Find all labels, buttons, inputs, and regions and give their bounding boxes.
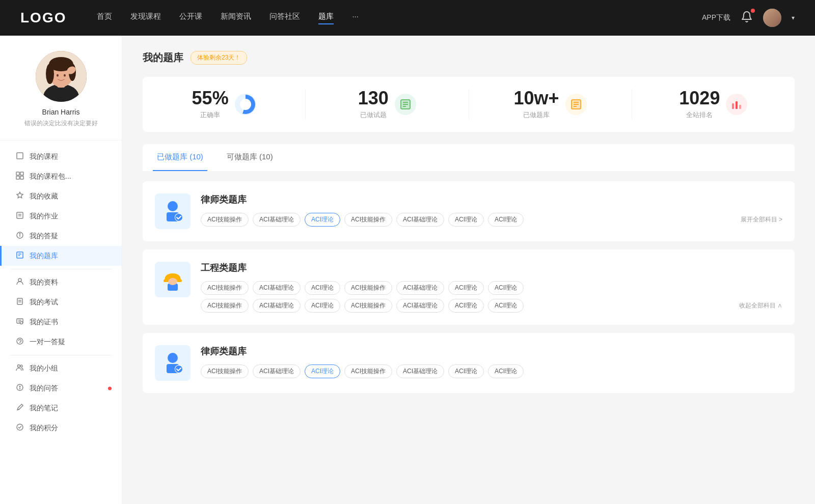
tag-2-4[interactable]: ACI基础理论: [396, 365, 444, 378]
tag-1-13[interactable]: ACI理论: [488, 299, 524, 313]
sidebar-item-qbank[interactable]: 我的题库: [0, 246, 122, 266]
tag-1-6[interactable]: ACI理论: [488, 281, 524, 295]
stats-row: 55% 正确率 130 已做试题: [143, 77, 795, 132]
tag-2-3[interactable]: ACI技能操作: [344, 365, 392, 378]
lawyer-svg-2: [159, 350, 186, 376]
tag-2-1[interactable]: ACI基础理论: [253, 365, 301, 378]
tab-available-banks[interactable]: 可做题库 (10): [223, 144, 277, 171]
tag-1-5[interactable]: ACI理论: [448, 281, 484, 295]
svg-point-32: [18, 365, 20, 368]
sidebar-item-answers[interactable]: 我的答疑: [0, 226, 122, 246]
tag-1-0[interactable]: ACI技能操作: [201, 281, 249, 295]
svg-rect-15: [17, 212, 23, 218]
expand-link-0[interactable]: 展开全部科目 >: [741, 215, 782, 224]
sidebar-item-homework[interactable]: 我的作业: [0, 206, 122, 226]
tag-0-2[interactable]: ACI理论: [305, 213, 340, 227]
navbar: LOGO 首页 发现课程 公开课 新闻资讯 问答社区 题库 ··· APP下载 …: [0, 0, 815, 36]
profile-icon: [15, 277, 24, 287]
svg-point-20: [19, 233, 20, 234]
nav-link-qbank[interactable]: 题库: [318, 12, 334, 24]
nav-link-more[interactable]: ···: [352, 12, 359, 24]
stat-questions-value: 130: [358, 89, 389, 107]
stat-accuracy-icon: [235, 94, 256, 115]
tag-1-10[interactable]: ACI技能操作: [344, 299, 392, 313]
nav-link-home[interactable]: 首页: [97, 12, 112, 24]
qbank-card-0-title: 律师类题库: [201, 193, 782, 206]
exam-icon: [15, 297, 24, 307]
tag-2-5[interactable]: ACI理论: [448, 365, 484, 378]
nav-link-discover[interactable]: 发现课程: [130, 12, 161, 24]
sidebar-item-exam[interactable]: 我的考试: [0, 292, 122, 312]
tag-1-4[interactable]: ACI基础理论: [396, 281, 444, 295]
myqa-icon: [15, 383, 24, 393]
app-download-link[interactable]: APP下载: [702, 13, 730, 22]
svg-rect-21: [17, 252, 23, 258]
tag-0-3[interactable]: ACI技能操作: [344, 213, 392, 227]
tag-0-6[interactable]: ACI理论: [488, 213, 524, 227]
trial-badge: 体验剩余23天！: [191, 51, 247, 65]
svg-rect-51: [739, 105, 741, 109]
collapse-link-1[interactable]: 收起全部科目 ∧: [739, 301, 782, 310]
tag-1-7[interactable]: ACI技能操作: [201, 299, 249, 313]
tag-2-2[interactable]: ACI理论: [305, 365, 340, 378]
sidebar-item-1on1[interactable]: 一对一答疑: [0, 332, 122, 352]
tag-1-12[interactable]: ACI理论: [448, 299, 484, 313]
content-tabs: 已做题库 (10) 可做题库 (10): [143, 144, 795, 171]
tag-1-1[interactable]: ACI基础理论: [253, 281, 301, 295]
collection-icon: [15, 191, 24, 201]
svg-point-33: [20, 365, 22, 367]
sidebar-item-notes[interactable]: 我的笔记: [0, 398, 122, 418]
tag-1-2[interactable]: ACI理论: [305, 281, 340, 295]
tag-1-9[interactable]: ACI理论: [305, 299, 340, 313]
svg-rect-49: [732, 103, 734, 109]
svg-point-52: [168, 201, 178, 211]
svg-rect-13: [16, 176, 19, 179]
user-menu-chevron[interactable]: ▾: [792, 14, 795, 21]
qbank-card-1-tags-row2: ACI技能操作 ACI基础理论 ACI理论 ACI技能操作 ACI基础理论 AC…: [201, 299, 782, 313]
page-title: 我的题库: [143, 51, 183, 65]
qbank-card-2-title: 律师类题库: [201, 345, 782, 357]
sidebar-item-collection[interactable]: 我的收藏: [0, 186, 122, 206]
qbank-card-1-header: 工程类题库 ACI技能操作 ACI基础理论 ACI理论 ACI技能操作 ACI基…: [155, 262, 782, 313]
tag-1-8[interactable]: ACI基础理论: [253, 299, 301, 313]
tag-2-0[interactable]: ACI技能操作: [201, 365, 249, 378]
notification-badge: [751, 9, 755, 13]
homework-icon: [15, 211, 24, 221]
nav-link-qa[interactable]: 问答社区: [269, 12, 300, 24]
nav-link-news[interactable]: 新闻资讯: [221, 12, 251, 24]
svg-rect-11: [16, 172, 19, 175]
stat-questions-icon: [395, 94, 416, 115]
sidebar: Brian Harris 错误的决定比没有决定要好 我的课程 我的课程包...: [0, 36, 122, 504]
bell-icon: [741, 11, 753, 23]
profile-avatar: [36, 51, 87, 102]
1on1-icon: [15, 337, 24, 347]
sidebar-item-group[interactable]: 我的小组: [0, 358, 122, 378]
stat-ranking-icon: [726, 94, 747, 115]
sidebar-item-myqa[interactable]: 我的问答: [0, 378, 122, 398]
tab-done-banks[interactable]: 已做题库 (10): [153, 144, 207, 171]
tag-0-4[interactable]: ACI基础理论: [396, 213, 444, 227]
sidebar-item-profile[interactable]: 我的资料: [0, 272, 122, 292]
coursepack-icon: [15, 172, 24, 181]
user-avatar-nav[interactable]: [763, 9, 781, 27]
stat-ranking-value: 1029: [679, 89, 720, 107]
sidebar-item-points[interactable]: 我的积分: [0, 418, 122, 438]
points-icon: [15, 423, 24, 433]
group-icon: [15, 363, 24, 373]
avatar-portrait: [36, 51, 87, 102]
tag-0-5[interactable]: ACI理论: [448, 213, 484, 227]
tag-1-3[interactable]: ACI技能操作: [344, 281, 392, 295]
certificate-icon: [15, 317, 24, 327]
tag-0-0[interactable]: ACI技能操作: [201, 213, 249, 227]
qbank-card-2: 律师类题库 ACI技能操作 ACI基础理论 ACI理论 ACI技能操作 ACI基…: [143, 333, 795, 393]
tag-0-1[interactable]: ACI基础理论: [253, 213, 301, 227]
sidebar-item-certificate[interactable]: 我的证书: [0, 312, 122, 332]
notification-bell[interactable]: [741, 11, 753, 25]
profile-motto: 错误的决定比没有决定要好: [10, 119, 112, 128]
menu-divider-1: [10, 269, 112, 269]
tag-2-6[interactable]: ACI理论: [488, 365, 524, 378]
sidebar-item-mycourse[interactable]: 我的课程: [0, 147, 122, 166]
nav-link-opencourse[interactable]: 公开课: [179, 12, 202, 24]
sidebar-item-coursepack[interactable]: 我的课程包...: [0, 166, 122, 186]
tag-1-11[interactable]: ACI基础理论: [396, 299, 444, 313]
